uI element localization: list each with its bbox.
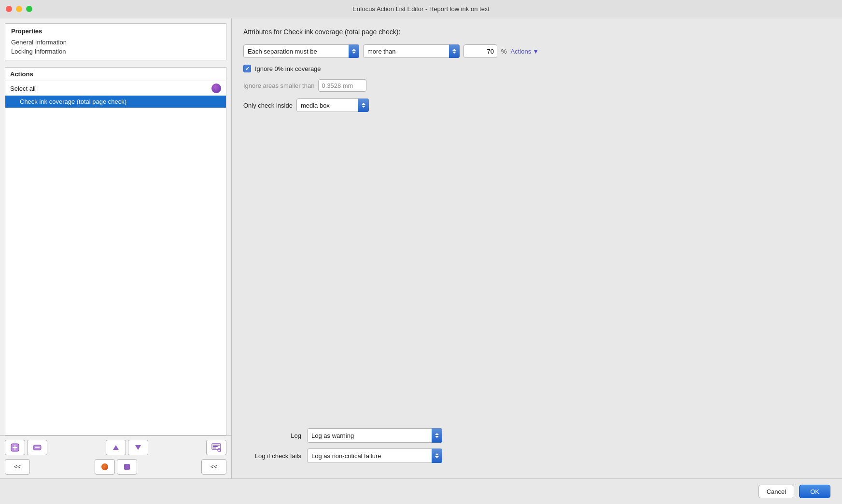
actions-section-title: Actions (10, 70, 33, 78)
properties-section: Properties General Information Locking I… (5, 23, 226, 60)
select-all-label: Select all (10, 85, 36, 92)
percent-label: % (501, 48, 507, 55)
comparison-dropdown-container[interactable]: more than less than equal to not equal t… (363, 44, 460, 58)
actions-link-label: Actions (511, 48, 532, 55)
orange-button[interactable] (95, 459, 115, 475)
purple-circle-icon (211, 84, 221, 93)
svg-line-12 (221, 451, 222, 452)
nav-right-label: << (210, 463, 217, 470)
orange-circle-icon (101, 463, 108, 470)
nav-left-button[interactable]: << (5, 459, 30, 475)
stop-button[interactable] (117, 459, 137, 475)
comparison-select[interactable]: more than less than equal to not equal t… (363, 44, 460, 58)
minimize-button[interactable] (16, 6, 22, 12)
log-dropdown-container[interactable]: Log as warning Log as error Log as info … (307, 428, 442, 443)
down-arrow-icon (135, 444, 141, 451)
actions-section: Actions Select all Check ink coverage (t… (5, 67, 226, 435)
check-ink-coverage-label: Check ink coverage (total page check) (20, 98, 126, 105)
log-select[interactable]: Log as warning Log as error Log as info … (307, 428, 442, 443)
add-icon (11, 443, 19, 452)
actions-link[interactable]: Actions ▼ (511, 48, 539, 55)
window-controls[interactable] (6, 6, 32, 12)
svg-rect-9 (213, 446, 218, 447)
up-arrow-icon (112, 444, 119, 451)
maximize-button[interactable] (26, 6, 32, 12)
ok-button[interactable]: OK (799, 485, 830, 498)
log-fail-dropdown-container[interactable]: Log as non-critical failure Log as criti… (307, 448, 442, 463)
threshold-input[interactable] (463, 44, 497, 58)
general-information-item[interactable]: General Information (11, 38, 220, 47)
bottom-toolbar: << << (0, 435, 231, 478)
svg-rect-2 (14, 445, 15, 450)
titlebar: Enfocus Action List Editor - Report low … (0, 0, 842, 18)
close-button[interactable] (6, 6, 12, 12)
log-fail-label: Log if check fails (243, 452, 301, 460)
log-row: Log Log as warning Log as error Log as i… (243, 428, 830, 443)
svg-rect-10 (213, 448, 216, 448)
inspect-button[interactable] (206, 440, 226, 455)
actions-list: Select all Check ink coverage (total pag… (5, 81, 226, 435)
actions-section-header: Actions (5, 68, 226, 81)
check-inside-label: Only check inside (243, 102, 293, 109)
log-fail-row: Log if check fails Log as non-critical f… (243, 448, 830, 463)
ignore-zero-checkbox[interactable] (243, 65, 251, 72)
main-container: Properties General Information Locking I… (0, 18, 842, 478)
log-fail-select[interactable]: Log as non-critical failure Log as criti… (307, 448, 442, 463)
ignore-areas-row: Ignore areas smaller than (243, 79, 830, 92)
check-ink-coverage-item[interactable]: Check ink coverage (total page check) (5, 96, 226, 108)
left-panel: Properties General Information Locking I… (0, 18, 232, 478)
check-inside-select[interactable]: media box trim box bleed box art box cro… (296, 98, 369, 112)
nav-left-label: << (14, 463, 21, 470)
properties-title: Properties (11, 28, 220, 35)
check-inside-row: Only check inside media box trim box ble… (243, 98, 830, 112)
move-down-button[interactable] (128, 440, 148, 455)
stop-icon (124, 464, 130, 470)
window-title: Enfocus Action List Editor - Report low … (352, 5, 490, 13)
separation-dropdown-container[interactable]: Each separation must be All separations … (243, 44, 359, 58)
dialog-footer: Cancel OK (0, 478, 842, 504)
inspect-icon (211, 443, 221, 452)
actions-dropdown-icon: ▼ (533, 48, 539, 55)
select-all-item[interactable]: Select all (5, 81, 226, 96)
separation-row: Each separation must be All separations … (243, 44, 830, 58)
svg-marker-5 (113, 445, 119, 450)
separation-select[interactable]: Each separation must be All separations … (243, 44, 359, 58)
right-panel: Attributes for Check ink coverage (total… (232, 18, 842, 478)
log-section: Log Log as warning Log as error Log as i… (243, 419, 830, 469)
svg-marker-6 (135, 445, 141, 450)
svg-rect-8 (213, 445, 220, 446)
remove-icon (33, 445, 42, 450)
ignore-areas-input[interactable] (318, 79, 366, 92)
ignore-zero-label: Ignore 0% ink coverage (255, 65, 321, 72)
svg-point-11 (218, 448, 221, 451)
panel-title: Attributes for Check ink coverage (total… (243, 28, 830, 36)
ignore-zero-row: Ignore 0% ink coverage (243, 65, 830, 72)
nav-right-button[interactable]: << (201, 459, 226, 475)
move-up-button[interactable] (106, 440, 126, 455)
svg-rect-4 (35, 447, 40, 448)
log-label: Log (243, 432, 301, 439)
remove-action-button[interactable] (27, 440, 47, 455)
ignore-areas-label: Ignore areas smaller than (243, 82, 314, 89)
locking-information-item[interactable]: Locking Information (11, 47, 220, 56)
cancel-button[interactable]: Cancel (758, 485, 794, 498)
add-action-button[interactable] (5, 440, 25, 455)
check-inside-dropdown-container[interactable]: media box trim box bleed box art box cro… (296, 98, 369, 112)
